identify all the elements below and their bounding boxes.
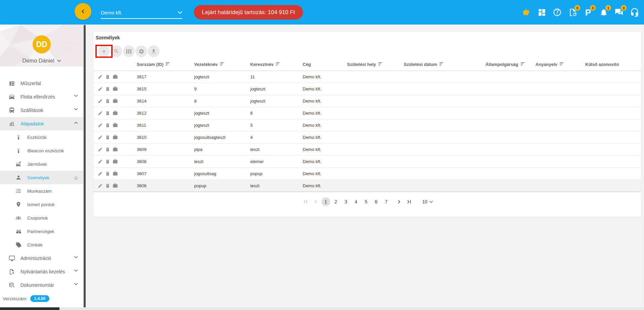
page-button-5[interactable]: 5 (362, 197, 371, 206)
delete-icon[interactable] (105, 147, 110, 152)
table-row[interactable]: 36148jogteszt Demo kft. (93, 95, 641, 107)
apps-grid-icon[interactable] (537, 7, 547, 17)
download-button[interactable] (148, 45, 160, 57)
column-header-anyanyelv[interactable]: Anyanyelv (535, 59, 585, 71)
sidebar-item-munkaszam[interactable]: Munkaszám (0, 184, 83, 198)
column-header-sorszam[interactable]: Sorszám (ID) (137, 59, 194, 71)
column-header-szuletesi-hely[interactable]: Születési hely (347, 59, 404, 71)
delete-icon[interactable] (105, 86, 110, 91)
prev-page-button[interactable] (311, 197, 320, 206)
sidebar-item-alapadatok[interactable]: Alapadatok (0, 117, 83, 130)
edit-icon[interactable] (98, 111, 103, 116)
collapse-sidebar-button[interactable] (75, 3, 91, 20)
column-header-kulso-azonosito[interactable]: Külső azonosító (585, 59, 641, 71)
table-row[interactable]: 3609pipateszt Demo kft. (93, 143, 641, 155)
company-select[interactable]: Demo kft. (101, 8, 182, 19)
page-button-3[interactable]: 3 (342, 197, 350, 206)
edit-icon[interactable] (98, 123, 103, 128)
sidebar-item-szemelyek[interactable]: Személyek ☆ (0, 171, 83, 184)
sidebar-item-ismert-pontok[interactable]: Ismert pontok (0, 198, 83, 211)
page-button-4[interactable]: 4 (352, 197, 360, 206)
page-button-6[interactable]: 6 (372, 197, 381, 206)
sidebar-item-adminisztracio[interactable]: Adminisztráció (0, 251, 83, 265)
messages-icon[interactable]: 0 (614, 7, 624, 17)
column-header-keresztnev[interactable]: Keresztnév (250, 59, 303, 71)
table-row[interactable]: 3611jogteszt5 Demo kft. (93, 119, 641, 131)
sidebar-scrollbar-thumb[interactable] (84, 25, 86, 310)
sidebar-item-dokumentumtar[interactable]: Dokumentumtár (0, 278, 83, 292)
page-size-select[interactable]: 10 (422, 199, 433, 204)
page-button-2[interactable]: 2 (332, 197, 340, 206)
delete-icon[interactable] (105, 159, 110, 164)
delete-icon[interactable] (105, 183, 110, 188)
column-header-ceg[interactable]: Cég (303, 59, 347, 71)
column-header-szuletesi-datum[interactable]: Születési dátum (404, 59, 485, 71)
columns-button[interactable] (123, 45, 135, 57)
sidebar-item-szallitasok[interactable]: Szállítások (0, 104, 83, 117)
table-row[interactable]: 36159jogteszt Demo kft. (93, 83, 641, 95)
edit-icon[interactable] (98, 74, 103, 79)
sidebar-item-jarmuvek[interactable]: Járművek (0, 157, 83, 171)
help-icon[interactable] (552, 7, 562, 17)
briefcase-icon[interactable] (113, 171, 118, 176)
delete-icon[interactable] (105, 123, 110, 128)
sidebar-item-flotta-ellenorzes[interactable]: Flotta ellenőrzés (0, 90, 83, 104)
column-header-vezeteknev[interactable]: Vezetéknév (194, 59, 250, 71)
briefcase-icon[interactable] (113, 122, 118, 128)
table-row[interactable]: 3608tesztelemer Demo kft. (93, 155, 641, 167)
horizontal-scrollbar[interactable] (0, 307, 644, 310)
table-row[interactable]: 3612jogteszt6 Demo kft. (93, 107, 641, 119)
delete-icon[interactable] (105, 171, 110, 176)
edit-icon[interactable] (98, 147, 103, 152)
user-menu[interactable]: Demo Dániel (0, 57, 83, 64)
avatar[interactable]: DD (33, 35, 51, 53)
page-button-7[interactable]: 7 (382, 197, 391, 206)
sidebar-item-eszkozok[interactable]: Eszközök (0, 130, 83, 144)
next-page-button[interactable] (395, 197, 403, 206)
vertical-scrollbar[interactable] (641, 25, 644, 307)
sidebar-item-muszerfal[interactable]: Műszerfal (0, 77, 83, 90)
briefcase-icon[interactable] (113, 110, 118, 116)
parking-icon[interactable]: P 0 (583, 7, 593, 17)
document-sync-icon[interactable]: 0 (568, 7, 577, 17)
last-page-button[interactable] (405, 197, 414, 206)
table-row[interactable]: 3610jogosultsagteszt4 Demo kft. (93, 131, 641, 143)
sidebar-item-nyilvantartas-kezeles[interactable]: Nyilvántartás kezelés (0, 265, 83, 278)
edit-icon[interactable] (98, 86, 103, 91)
delete-icon[interactable] (105, 74, 110, 79)
delete-icon[interactable] (105, 135, 110, 140)
horizontal-scrollbar-thumb[interactable] (0, 307, 59, 310)
edit-icon[interactable] (98, 171, 103, 176)
table-row[interactable]: 3607jogosultsagpopup Demo kft. (93, 167, 641, 180)
edit-icon[interactable] (98, 135, 103, 140)
briefcase-icon[interactable] (113, 159, 118, 164)
first-page-button[interactable] (301, 197, 310, 206)
edit-icon[interactable] (98, 159, 103, 164)
edit-icon[interactable] (98, 99, 103, 104)
briefcase-icon[interactable] (113, 134, 118, 140)
table-row[interactable]: 3606popupteszt Demo kft. (93, 180, 641, 192)
piggy-bank-icon[interactable] (521, 7, 531, 17)
edit-icon[interactable] (98, 183, 103, 188)
overdue-debt-badge[interactable]: Lejárt határidejű tartozás: 104 910 Ft (194, 5, 303, 20)
column-header-allampolgarsag[interactable]: Állampolgárság (485, 59, 535, 71)
page-button-1[interactable]: 1 (321, 197, 330, 206)
download-icon (151, 48, 157, 54)
sidebar-scrollbar[interactable] (83, 25, 86, 310)
sidebar-item-cimkek[interactable]: Címkék (0, 238, 83, 251)
briefcase-icon[interactable] (113, 74, 118, 79)
support-icon[interactable] (630, 7, 639, 17)
briefcase-icon[interactable] (113, 98, 118, 104)
notifications-icon[interactable]: 1 (599, 7, 608, 17)
table-row[interactable]: 3617jogteszt11 Demo kft. (93, 71, 641, 83)
sidebar-item-ibeacon-eszkozok[interactable]: IBeacon eszközök (0, 144, 83, 157)
settings-button[interactable] (135, 45, 147, 57)
sidebar-item-csoportok[interactable]: Csoportok (0, 211, 83, 225)
favorite-star-icon[interactable]: ☆ (74, 175, 79, 182)
delete-icon[interactable] (105, 99, 110, 104)
briefcase-icon[interactable] (113, 86, 118, 91)
sidebar-item-partnercegek[interactable]: $ Partnercégek (0, 225, 83, 238)
delete-icon[interactable] (105, 111, 110, 116)
briefcase-icon[interactable] (113, 183, 118, 188)
briefcase-icon[interactable] (113, 147, 118, 152)
